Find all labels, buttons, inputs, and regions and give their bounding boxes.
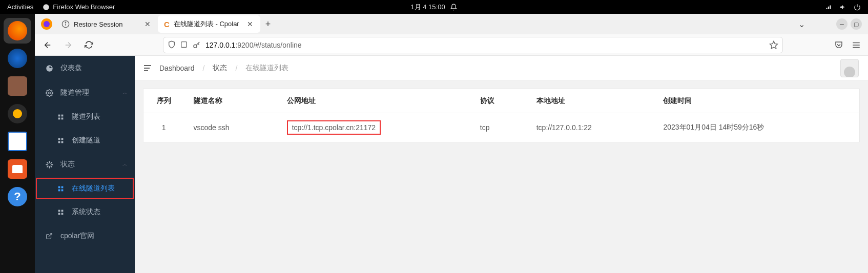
grid-icon: [56, 114, 65, 120]
sidebar-item-label: 隧道管理: [60, 88, 89, 97]
svg-rect-24: [61, 189, 63, 191]
svg-rect-14: [61, 114, 63, 116]
svg-point-0: [43, 4, 49, 10]
dock-rhythmbox[interactable]: [4, 101, 31, 127]
dock-files[interactable]: [4, 73, 31, 99]
avatar[interactable]: [840, 59, 859, 77]
grid-icon: [56, 137, 65, 144]
svg-point-12: [48, 92, 50, 94]
svg-rect-25: [58, 209, 60, 212]
address-bar[interactable]: 127.0.0.1:9200/#/status/online: [163, 37, 783, 53]
url-text: 127.0.0.1:9200/#/status/online: [205, 41, 302, 49]
chevron-up-icon: ︿: [122, 161, 128, 168]
cell-proto: tcp: [471, 113, 527, 142]
minimize-button[interactable]: ─: [836, 18, 848, 30]
svg-rect-6: [181, 41, 187, 47]
svg-rect-18: [61, 138, 63, 140]
maximize-button[interactable]: ▢: [851, 18, 862, 30]
app-menu-icon[interactable]: [852, 40, 861, 50]
gnome-top-bar: Activities Firefox Web Browser 1月 4 15:0…: [0, 0, 868, 14]
svg-rect-27: [58, 213, 60, 215]
table-row: 1 vscode ssh tcp://1.tcp.cpolar.cn:21172…: [143, 113, 860, 142]
breadcrumb-root[interactable]: Dashboard: [159, 64, 195, 72]
svg-rect-19: [58, 141, 60, 143]
svg-point-7: [194, 45, 197, 48]
clock[interactable]: 1月 4 15:00: [410, 3, 445, 12]
grid-icon: [56, 209, 65, 216]
sidebar-status[interactable]: 状态 ︿: [35, 152, 135, 177]
app-sidebar: 仪表盘 隧道管理 ︿ 隧道列表 创建隧道 状态 ︿ 在线隧: [35, 56, 135, 273]
pocket-icon[interactable]: [834, 40, 843, 50]
svg-rect-13: [58, 114, 60, 116]
sidebar-cpolar-site[interactable]: cpolar官网: [35, 224, 135, 248]
col-name: 隧道名称: [184, 89, 278, 113]
breadcrumb-l1[interactable]: 状态: [213, 64, 227, 73]
dashboard-icon: [45, 65, 53, 72]
tab-label: 在线隧道列表 - Cpolar: [174, 19, 239, 29]
reload-button[interactable]: [81, 37, 96, 53]
svg-point-5: [65, 22, 66, 23]
sidebar-create-tunnel[interactable]: 创建隧道: [35, 129, 135, 152]
sidebar-dashboard[interactable]: 仪表盘: [35, 56, 135, 80]
page-content: 仪表盘 隧道管理 ︿ 隧道列表 创建隧道 状态 ︿ 在线隧: [35, 56, 868, 273]
svg-rect-16: [61, 117, 63, 119]
svg-rect-20: [61, 141, 63, 143]
sidebar-item-label: 在线隧道列表: [72, 184, 115, 193]
activities-button[interactable]: Activities: [7, 3, 33, 11]
grid-icon: [56, 185, 65, 192]
firefox-icon: [43, 4, 50, 11]
dock-libreoffice[interactable]: [4, 129, 31, 154]
cell-public: tcp://1.tcp.cpolar.cn:21172: [278, 113, 471, 142]
firefox-logo-icon: [38, 15, 55, 33]
current-app-indicator[interactable]: Firefox Web Browser: [43, 3, 115, 11]
sidebar-tunnel-list[interactable]: 隧道列表: [35, 105, 135, 129]
power-icon[interactable]: [854, 4, 861, 11]
sidebar-item-label: cpolar官网: [60, 232, 94, 241]
key-icon: [192, 40, 201, 50]
dock-firefox[interactable]: [4, 18, 31, 44]
col-created: 创建时间: [654, 89, 859, 113]
spinner-icon: [45, 161, 53, 169]
permissions-icon: [180, 40, 188, 49]
dock-software[interactable]: [4, 156, 31, 182]
tab-dropdown-button[interactable]: ⌄: [795, 18, 808, 30]
volume-icon[interactable]: [839, 4, 846, 11]
firefox-window: Restore Session ✕ C 在线隧道列表 - Cpolar ✕ + …: [35, 14, 868, 273]
tab-label: Restore Session: [74, 20, 122, 28]
cell-created: 2023年01月04日 14时59分16秒: [654, 113, 859, 142]
bookmark-star-icon[interactable]: [769, 40, 778, 50]
col-local: 本地地址: [527, 89, 654, 113]
tab-cpolar[interactable]: C 在线隧道列表 - Cpolar ✕: [158, 15, 260, 33]
cpolar-favicon-icon: C: [164, 20, 170, 29]
external-link-icon: [45, 233, 53, 240]
svg-rect-23: [58, 189, 60, 191]
info-icon: [61, 20, 70, 28]
back-button[interactable]: [40, 37, 55, 53]
table-header-row: 序列 隧道名称 公网地址 协议 本地地址 创建时间: [143, 89, 860, 113]
sidebar-sys-status[interactable]: 系统状态: [35, 200, 135, 224]
close-icon[interactable]: ✕: [246, 20, 254, 28]
cell-seq: 1: [143, 113, 184, 142]
ubuntu-dock: ?: [0, 14, 35, 273]
cog-icon: [45, 89, 53, 97]
svg-marker-8: [770, 41, 778, 48]
dock-thunderbird[interactable]: [4, 46, 31, 71]
col-proto: 协议: [471, 89, 527, 113]
col-seq: 序列: [143, 89, 184, 113]
dock-help[interactable]: ?: [4, 184, 31, 209]
network-icon[interactable]: [825, 4, 832, 11]
new-tab-button[interactable]: +: [260, 16, 276, 32]
notification-bell-icon[interactable]: [450, 4, 458, 11]
sidebar-tunnel-mgmt[interactable]: 隧道管理 ︿: [35, 80, 135, 105]
close-icon[interactable]: ✕: [143, 20, 152, 28]
sidebar-online-list[interactable]: 在线隧道列表: [35, 177, 135, 200]
cell-name: vscode ssh: [184, 113, 278, 142]
breadcrumb-l2: 在线隧道列表: [245, 64, 288, 73]
sidebar-item-label: 隧道列表: [72, 112, 100, 121]
sidebar-toggle-icon[interactable]: [144, 65, 151, 71]
svg-rect-28: [61, 213, 63, 215]
svg-point-2: [44, 21, 50, 27]
forward-button[interactable]: [60, 37, 76, 53]
tab-restore-session[interactable]: Restore Session ✕: [55, 15, 158, 33]
shield-icon: [168, 40, 176, 49]
